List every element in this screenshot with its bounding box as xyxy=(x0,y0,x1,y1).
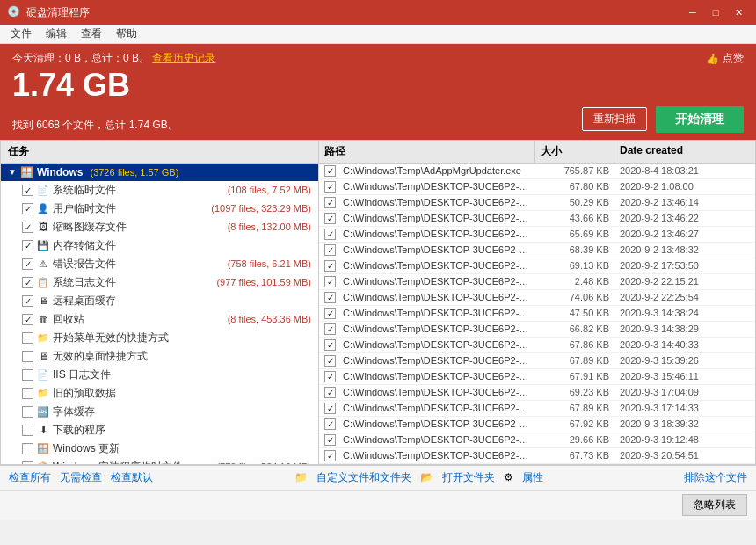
checkbox[interactable] xyxy=(22,388,33,399)
menu-item-查看[interactable]: 查看 xyxy=(74,25,109,43)
title-bar: 💿 硬盘清理程序 ─ □ ✕ xyxy=(0,0,756,25)
file-checkbox[interactable] xyxy=(324,418,336,430)
windows-section[interactable]: ▼ 🪟 Windows (3726 files, 1.57 GB) xyxy=(1,164,318,181)
checkbox[interactable] xyxy=(22,277,33,288)
tree-item[interactable]: 📄IIS 日志文件 xyxy=(1,366,318,384)
table-row[interactable]: C:\Windows\Temp\DESKTOP-3UCE6P2-20...50.… xyxy=(319,195,755,211)
tree-item[interactable]: 📁旧的预取数据 xyxy=(1,384,318,403)
check-all-link[interactable]: 检查所有 xyxy=(9,470,51,485)
checkbox[interactable] xyxy=(22,314,33,325)
table-row[interactable]: C:\Windows\Temp\DESKTOP-3UCE6P2-20...65.… xyxy=(319,227,755,243)
table-row[interactable]: C:\Windows\Temp\DESKTOP-3UCE6P2-20...67.… xyxy=(319,448,755,464)
table-row[interactable]: C:\Windows\Temp\AdAppMgrUpdater.exe765.8… xyxy=(319,164,755,179)
no-check-link[interactable]: 无需检查 xyxy=(60,470,102,485)
table-row[interactable]: C:\Windows\Temp\DESKTOP-3UCE6P2-20...67.… xyxy=(319,353,755,369)
table-row[interactable]: C:\Windows\Temp\DESKTOP-3UCE6P2-20...69.… xyxy=(319,385,755,401)
properties-link[interactable]: 属性 xyxy=(522,470,543,485)
clean-button[interactable]: 开始清理 xyxy=(656,106,744,133)
ignore-list-button[interactable]: 忽略列表 xyxy=(682,494,747,516)
checkbox[interactable] xyxy=(22,295,33,307)
tree-item[interactable]: 📄系统临时文件(108 files, 7.52 MB) xyxy=(1,181,318,200)
table-row[interactable]: C:\Windows\Temp\DESKTOP-3UCE6P2-20...74.… xyxy=(319,290,755,306)
file-checkbox[interactable] xyxy=(324,181,336,193)
tree-item[interactable]: 📋系统日志文件(977 files, 101.59 MB) xyxy=(1,273,318,292)
tree-item[interactable]: 🔤字体缓存 xyxy=(1,403,318,421)
file-checkbox[interactable] xyxy=(324,308,336,319)
file-checkbox[interactable] xyxy=(324,292,336,303)
file-checkbox[interactable] xyxy=(324,434,336,446)
file-date: 2020-9-2 13:46:27 xyxy=(614,227,755,241)
tree-item[interactable]: 🪟Windows 更新 xyxy=(1,440,318,458)
checkbox[interactable] xyxy=(22,351,33,362)
file-checkbox[interactable] xyxy=(324,403,336,414)
maximize-button[interactable]: □ xyxy=(705,4,726,21)
checkbox[interactable] xyxy=(22,203,33,214)
like-button[interactable]: 👍 点赞 xyxy=(706,51,744,66)
tree-item[interactable]: 📁开始菜单无效的快捷方式 xyxy=(1,329,318,347)
table-row[interactable]: C:\Windows\Temp\DESKTOP-3UCE6P2-20...67.… xyxy=(319,401,755,417)
checkbox[interactable] xyxy=(22,425,33,436)
file-checkbox[interactable] xyxy=(324,197,336,208)
tree-item[interactable]: 💾内存转储文件 xyxy=(1,236,318,255)
file-checkbox[interactable] xyxy=(324,450,336,461)
menu-item-编辑[interactable]: 编辑 xyxy=(39,25,74,43)
file-checkbox[interactable] xyxy=(324,229,336,240)
tree-item[interactable]: 🗑回收站(8 files, 453.36 MB) xyxy=(1,310,318,329)
tree-item[interactable]: 👤用户临时文件(1097 files, 323.29 MB) xyxy=(1,200,318,218)
folder-icon: 📁 xyxy=(294,471,308,483)
tree-item[interactable]: 🖥无效的桌面快捷方式 xyxy=(1,347,318,366)
tree-item[interactable]: 🖼缩略图缓存文件(8 files, 132.00 MB) xyxy=(1,218,318,236)
file-checkbox[interactable] xyxy=(324,339,336,351)
file-checkbox[interactable] xyxy=(324,371,336,382)
checkbox[interactable] xyxy=(22,240,33,251)
table-row[interactable]: C:\Windows\Temp\DESKTOP-3UCE6P2-20...67.… xyxy=(319,369,755,385)
file-list[interactable]: C:\Windows\Temp\AdAppMgrUpdater.exe765.8… xyxy=(319,164,755,464)
tree-item[interactable]: ⚠错误报告文件(758 files, 6.21 MB) xyxy=(1,255,318,273)
custom-folder-link[interactable]: 自定义文件和文件夹 xyxy=(316,470,411,485)
checkbox[interactable] xyxy=(22,406,33,418)
tree-item[interactable]: 📦Windows 安装程序临时文件(770 files, 584.12 MB) xyxy=(1,458,318,464)
table-row[interactable]: C:\Windows\Temp\DESKTOP-3UCE6P2-20...68.… xyxy=(319,243,755,258)
checkbox[interactable] xyxy=(22,222,33,233)
file-checkbox[interactable] xyxy=(324,165,336,177)
checkbox[interactable] xyxy=(22,258,33,270)
table-row[interactable]: C:\Windows\Temp\DESKTOP-3UCE6P2-20...2.4… xyxy=(319,274,755,290)
file-path: C:\Windows\Temp\DESKTOP-3UCE6P2-20... xyxy=(319,432,535,447)
tree-item[interactable]: ⬇下载的程序 xyxy=(1,421,318,440)
file-checkbox[interactable] xyxy=(324,323,336,335)
file-checkbox[interactable] xyxy=(324,276,336,287)
table-row[interactable]: C:\Windows\Temp\DESKTOP-3UCE6P2-20...67.… xyxy=(319,417,755,432)
table-row[interactable]: C:\Windows\Temp\DESKTOP-3UCE6P2-20...69.… xyxy=(319,258,755,274)
file-checkbox[interactable] xyxy=(324,387,336,398)
windows-logo-icon: 🪟 xyxy=(20,166,33,178)
table-row[interactable]: C:\Windows\Temp\DESKTOP-3UCE6P2-20...66.… xyxy=(319,322,755,338)
history-link[interactable]: 查看历史记录 xyxy=(152,52,215,64)
table-row[interactable]: C:\Windows\Temp\DESKTOP-3UCE6P2-20...47.… xyxy=(319,306,755,322)
table-row[interactable]: C:\Windows\Temp\DESKTOP-3UCE6P2-20...43.… xyxy=(319,211,755,227)
table-row[interactable]: C:\Windows\Temp\DESKTOP-3UCE6P2-20...67.… xyxy=(319,338,755,353)
remove-link[interactable]: 排除这个文件 xyxy=(684,470,747,485)
tree-item[interactable]: 🖥远程桌面缓存 xyxy=(1,292,318,310)
checkbox[interactable] xyxy=(22,332,33,344)
file-size: 43.66 KB xyxy=(535,211,614,225)
checkbox[interactable] xyxy=(22,461,33,464)
file-path: C:\Windows\Temp\DESKTOP-3UCE6P2-20... xyxy=(319,448,535,463)
menu-item-文件[interactable]: 文件 xyxy=(4,25,39,43)
file-checkbox[interactable] xyxy=(324,260,336,272)
file-checkbox[interactable] xyxy=(324,244,336,256)
file-checkbox[interactable] xyxy=(324,213,336,224)
checkbox[interactable] xyxy=(22,369,33,381)
rescan-button[interactable]: 重新扫描 xyxy=(582,107,647,131)
file-date: 2020-9-3 14:40:33 xyxy=(614,338,755,352)
checkbox[interactable] xyxy=(22,185,33,196)
check-default-link[interactable]: 检查默认 xyxy=(111,470,153,485)
file-path: C:\Windows\Temp\DESKTOP-3UCE6P2-20... xyxy=(319,322,535,337)
file-checkbox[interactable] xyxy=(324,355,336,367)
checkbox[interactable] xyxy=(22,443,33,454)
close-button[interactable]: ✕ xyxy=(728,4,749,21)
minimize-button[interactable]: ─ xyxy=(682,4,703,21)
menu-item-帮助[interactable]: 帮助 xyxy=(109,25,144,43)
open-folder-link[interactable]: 打开文件夹 xyxy=(442,470,495,485)
table-row[interactable]: C:\Windows\Temp\DESKTOP-3UCE6P2-20...29.… xyxy=(319,432,755,448)
table-row[interactable]: C:\Windows\Temp\DESKTOP-3UCE6P2-20...67.… xyxy=(319,179,755,195)
